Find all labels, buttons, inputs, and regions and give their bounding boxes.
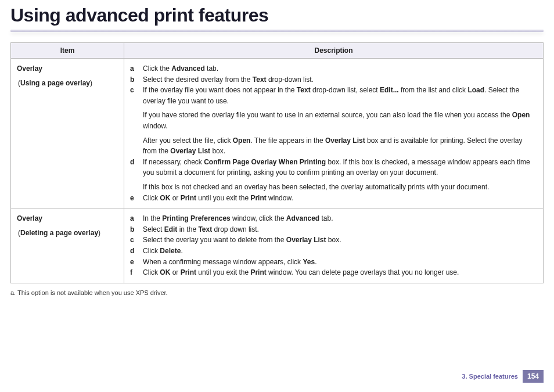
step-text: If the overlay file you want does not ap… [143, 85, 537, 157]
step-text: Select the desired overlay from the Text… [143, 74, 537, 85]
step-text: Click Delete. [143, 246, 537, 257]
description-cell: aIn the Printing Preferences window, cli… [124, 208, 544, 283]
col-header-description: Description [124, 43, 544, 59]
step-text: Click OK or Print until you exit the Pri… [143, 267, 537, 278]
step-text: In the Printing Preferences window, clic… [143, 213, 537, 224]
page-footer: 3. Special features 154 [462, 370, 544, 383]
step-letter: c [130, 85, 143, 157]
step-letter: d [130, 157, 143, 193]
chapter-label: 3. Special features [462, 373, 518, 380]
item-cell: Overlay(Using a page overlay) [11, 59, 124, 208]
step-text: Click OK or Print until you exit the Pri… [143, 193, 537, 204]
page-number: 154 [523, 370, 544, 383]
step-letter: b [130, 74, 143, 85]
item-cell: Overlay(Deleting a page overlay) [11, 208, 124, 283]
step-letter: d [130, 246, 143, 257]
step-text: If necessary, check Confirm Page Overlay… [143, 157, 537, 193]
step-text: Select Edit in the Text drop down list. [143, 224, 537, 235]
step-letter: e [130, 193, 143, 204]
footnote: a. This option is not available when you… [10, 289, 544, 296]
step-letter: e [130, 257, 143, 268]
step-text: Select the overlay you want to delete fr… [143, 235, 537, 246]
step-text: Click the Advanced tab. [143, 63, 537, 74]
feature-table: Item Description Overlay(Using a page ov… [10, 42, 544, 283]
step-letter: b [130, 224, 143, 235]
col-header-item: Item [11, 43, 124, 59]
step-letter: a [130, 63, 143, 74]
table-row: Overlay(Deleting a page overlay)aIn the … [11, 208, 544, 283]
step-letter: a [130, 213, 143, 224]
step-letter: f [130, 267, 143, 278]
title-divider [10, 30, 544, 32]
page-title: Using advanced print features [0, 0, 554, 30]
step-text: When a confirming message window appears… [143, 257, 537, 268]
table-row: Overlay(Using a page overlay)aClick the … [11, 59, 544, 208]
description-cell: aClick the Advanced tab.bSelect the desi… [124, 59, 544, 208]
step-letter: c [130, 235, 143, 246]
